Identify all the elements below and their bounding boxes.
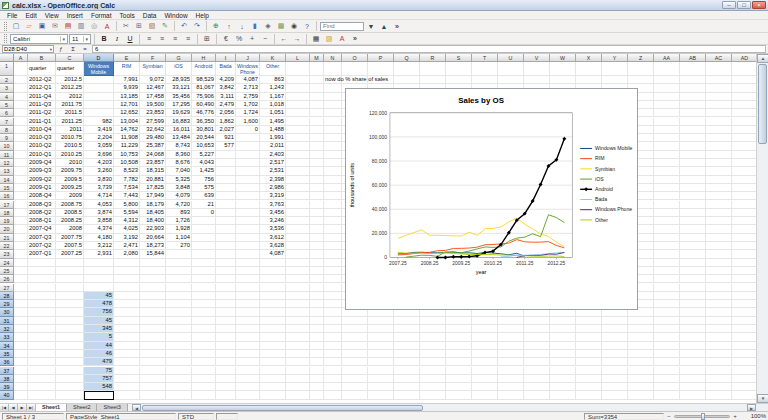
embedded-chart[interactable]: 020,00040,00060,00080,000100,000120,0002… [345, 88, 638, 310]
cell-L39[interactable] [286, 383, 310, 391]
cell-K40[interactable] [260, 391, 286, 399]
cell-Z34[interactable] [628, 342, 654, 350]
row-header-25[interactable]: 25 [0, 267, 14, 275]
cell-Q1[interactable] [394, 62, 420, 76]
column-header-K[interactable]: K [260, 54, 286, 62]
cell-AC26[interactable] [706, 275, 732, 283]
cell-L13[interactable] [286, 167, 310, 175]
cell-R38[interactable] [420, 375, 446, 383]
cell-R34[interactable] [420, 342, 446, 350]
cell-AD40[interactable] [732, 391, 756, 399]
cell-K20[interactable]: 3,536 [260, 225, 286, 233]
cell-F9[interactable]: 29,480 [140, 134, 166, 142]
new-document-icon[interactable]: ▢ [10, 21, 22, 32]
cell-AB22[interactable] [680, 242, 706, 250]
cell-L5[interactable] [286, 101, 310, 109]
cell-D31[interactable]: 45 [84, 317, 114, 325]
cell-F26[interactable] [140, 275, 166, 283]
cell-C29[interactable] [56, 300, 84, 308]
paste-icon[interactable]: ▧ [146, 21, 158, 32]
cell-AD27[interactable] [732, 284, 756, 292]
cell-M17[interactable] [310, 201, 324, 209]
cell-K22[interactable]: 3,628 [260, 242, 286, 250]
cell-F31[interactable] [140, 317, 166, 325]
cell-R1[interactable] [420, 62, 446, 76]
cell-B26[interactable] [28, 275, 56, 283]
cell-B32[interactable] [28, 325, 56, 333]
cell-E16[interactable]: 7,443 [114, 192, 140, 200]
column-header-N[interactable]: N [324, 54, 342, 62]
font-size-combo[interactable]: 11▾ [69, 34, 91, 44]
cell-AC7[interactable] [706, 118, 732, 126]
cell-G10[interactable]: 8,743 [166, 142, 192, 150]
row-header-14[interactable]: 14 [0, 176, 14, 184]
cell-AB30[interactable] [680, 308, 706, 316]
last-sheet-icon[interactable]: ▶| [27, 404, 36, 411]
cell-E15[interactable]: 7,534 [114, 184, 140, 192]
cell-W36[interactable] [550, 358, 576, 366]
cell-C36[interactable] [56, 358, 84, 366]
cell-X35[interactable] [576, 350, 602, 358]
cell-A11[interactable] [14, 151, 28, 159]
cell-H31[interactable] [192, 317, 216, 325]
cell-L2[interactable] [286, 76, 310, 84]
cell-H14[interactable]: 756 [192, 176, 216, 184]
cell-H20[interactable] [192, 225, 216, 233]
cell-A39[interactable] [14, 383, 28, 391]
cell-B36[interactable] [28, 358, 56, 366]
cell-AC9[interactable] [706, 134, 732, 142]
cell-AD36[interactable] [732, 358, 756, 366]
cell-B8[interactable]: 2010-Q4 [28, 126, 56, 134]
first-sheet-icon[interactable]: |◀ [0, 404, 9, 411]
cell-W34[interactable] [550, 342, 576, 350]
column-header-AD[interactable]: AD [732, 54, 756, 62]
cell-B33[interactable] [28, 333, 56, 341]
cell-R40[interactable] [420, 391, 446, 399]
cell-K7[interactable]: 1,495 [260, 118, 286, 126]
cell-Q40[interactable] [394, 391, 420, 399]
cell-M18[interactable] [310, 209, 324, 217]
cell-I29[interactable] [216, 300, 236, 308]
cell-D19[interactable]: 3,858 [84, 217, 114, 225]
row-header-2[interactable]: 2 [0, 76, 14, 84]
cell-D2[interactable] [84, 76, 114, 84]
cell-J28[interactable] [236, 292, 260, 300]
cell-J20[interactable] [236, 225, 260, 233]
cell-AC24[interactable] [706, 259, 732, 267]
formula-input[interactable] [92, 45, 766, 53]
cell-H35[interactable] [192, 350, 216, 358]
cell-B29[interactable] [28, 300, 56, 308]
cell-I23[interactable] [216, 250, 236, 258]
cell-C5[interactable]: 2011.75 [56, 101, 84, 109]
cell-N26[interactable] [324, 275, 342, 283]
cell-G7[interactable]: 16,883 [166, 118, 192, 126]
cell-Z38[interactable] [628, 375, 654, 383]
cell-I7[interactable]: 1,862 [216, 118, 236, 126]
cell-AD31[interactable] [732, 317, 756, 325]
cell-I4[interactable]: 3,111 [216, 93, 236, 101]
cell-X31[interactable] [576, 317, 602, 325]
cell-F19[interactable]: 18,400 [140, 217, 166, 225]
cell-S40[interactable] [446, 391, 472, 399]
cell-A30[interactable] [14, 308, 28, 316]
row-header-32[interactable]: 32 [0, 325, 14, 333]
cell-AC40[interactable] [706, 391, 732, 399]
cell-N12[interactable] [324, 159, 342, 167]
column-header-D[interactable]: D [84, 54, 114, 62]
cell-A20[interactable] [14, 225, 28, 233]
cell-AB21[interactable] [680, 234, 706, 242]
cell-A33[interactable] [14, 333, 28, 341]
cell-D1[interactable]: Windows Mobile [84, 62, 114, 76]
cell-T40[interactable] [472, 391, 498, 399]
cell-D10[interactable]: 3,059 [84, 142, 114, 150]
cell-A18[interactable] [14, 209, 28, 217]
cell-I22[interactable] [216, 242, 236, 250]
cell-K26[interactable] [260, 275, 286, 283]
cell-I6[interactable]: 2,056 [216, 109, 236, 117]
cell-G37[interactable] [166, 367, 192, 375]
cell-N40[interactable] [324, 391, 342, 399]
cell-C31[interactable] [56, 317, 84, 325]
row-header-33[interactable]: 33 [0, 333, 14, 341]
cell-M4[interactable] [310, 93, 324, 101]
cell-N19[interactable] [324, 217, 342, 225]
